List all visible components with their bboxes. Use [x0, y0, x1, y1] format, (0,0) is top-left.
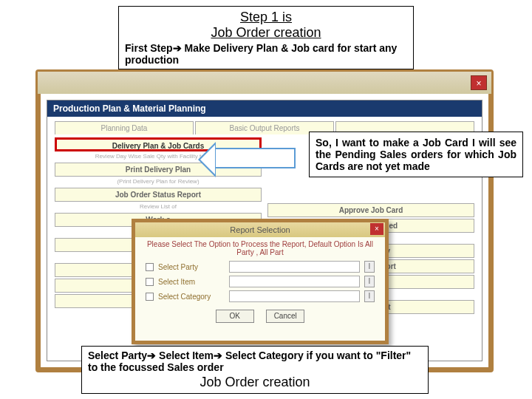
cancel-button[interactable]: Cancel	[266, 310, 304, 323]
select-party-checkbox[interactable]	[146, 263, 154, 271]
left-arrow-icon	[214, 148, 296, 168]
callout-title-line2: Job Order creation	[211, 25, 321, 40]
window-header: Production Plan & Material Planning	[47, 100, 482, 117]
callout-filter: Select Party➔ Select Item➔ Select Catego…	[81, 346, 429, 394]
select-party-label: Select Party	[158, 263, 225, 271]
select-item-row: Select Item I	[135, 274, 385, 289]
arrow-icon: ➔	[147, 349, 156, 361]
select-category-label: Select Category	[158, 293, 225, 301]
select-category-input[interactable]	[229, 290, 360, 302]
callout3-b: Select Item	[156, 349, 214, 361]
window-titlebar: ×	[38, 72, 491, 94]
sub-text: (Print Delivery Plan for Review)	[55, 178, 262, 186]
browse-icon[interactable]: I	[364, 261, 375, 273]
dialog-message: Please Select The Option to Process the …	[135, 237, 385, 259]
browse-icon[interactable]: I	[364, 276, 375, 287]
browse-icon[interactable]: I	[364, 290, 375, 302]
callout-title-line1: Step 1 is	[240, 10, 292, 24]
callout3-a: Select Party	[88, 349, 147, 361]
callout-line2a: First Step	[125, 42, 173, 54]
select-party-row: Select Party I	[135, 259, 385, 274]
sub-text: Review List of	[55, 203, 262, 211]
ok-button[interactable]: OK	[216, 310, 254, 323]
tab-planning[interactable]: Planning Data	[55, 121, 194, 134]
approve-job-card-button[interactable]: Approve Job Card	[267, 203, 474, 217]
report-selection-dialog: Report Selection × Please Select The Opt…	[132, 219, 389, 344]
callout-pending-orders: So, I want to make a Job Card I will see…	[309, 132, 523, 177]
dialog-title: Report Selection ×	[135, 222, 385, 237]
select-category-checkbox[interactable]	[146, 293, 154, 301]
callout-step1: Step 1 is Job Order creation First Step➔…	[118, 6, 414, 69]
select-item-checkbox[interactable]	[146, 278, 154, 286]
select-party-input[interactable]	[229, 261, 360, 273]
select-item-label: Select Item	[158, 278, 225, 286]
dialog-title-text: Report Selection	[230, 225, 290, 234]
close-icon[interactable]: ×	[471, 75, 487, 90]
select-item-input[interactable]	[229, 276, 360, 287]
select-category-row: Select Category I	[135, 289, 385, 304]
arrow-icon: ➔	[173, 42, 182, 54]
callout3-joc: Job Order creation	[88, 375, 422, 390]
sub-text	[267, 178, 474, 186]
dialog-close-icon[interactable]: ×	[370, 223, 383, 235]
job-order-status-button[interactable]: Job Order Status Report	[55, 188, 262, 202]
arrow-icon: ➔	[214, 349, 222, 361]
dialog-buttons: OK Cancel	[135, 304, 385, 324]
